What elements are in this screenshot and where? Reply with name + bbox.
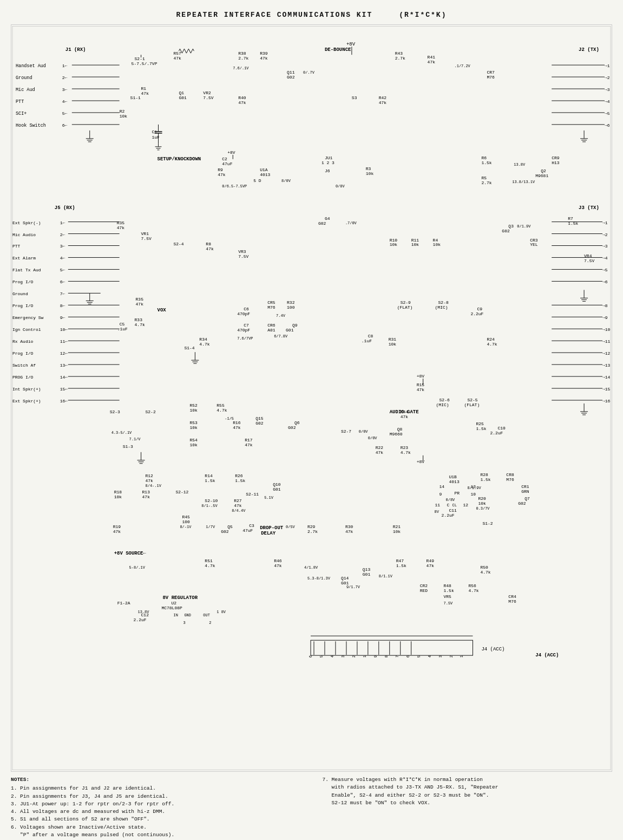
page-title: REPEATER INTERFACE COMMUNICATIONS KIT (R…: [11, 11, 612, 19]
svg-text:5.1V: 5.1V: [264, 496, 274, 500]
svg-text:→1: →1: [602, 220, 608, 225]
svg-text:SCI+: SCI+: [16, 111, 27, 116]
svg-text:M76: M76: [508, 599, 516, 604]
svg-text:R15: R15: [417, 382, 425, 387]
svg-text:9/1.7V: 9/1.7V: [346, 585, 360, 589]
svg-text:6←: 6←: [62, 123, 68, 128]
svg-text:Q2: Q2: [541, 168, 546, 173]
note-7d: S2-12 must be "ON" to check VOX.: [323, 799, 613, 807]
svg-text:7.5V: 7.5V: [141, 236, 152, 241]
svg-text:S1-4: S1-4: [184, 346, 194, 350]
svg-text:S2-2: S2-2: [146, 409, 156, 414]
svg-text:M76: M76: [506, 477, 514, 482]
svg-text:0/6.5-7.5VP: 0/6.5-7.5VP: [222, 184, 247, 188]
svg-text:47k: 47k: [345, 529, 353, 534]
note-3: 3. JU1-At power up: 1-2 for rptr on/2-3 …: [11, 800, 301, 808]
svg-text:47k: 47k: [141, 91, 149, 96]
svg-text:CR1: CR1: [521, 484, 529, 489]
svg-text:7.1/V: 7.1/V: [129, 437, 141, 441]
svg-text:10k: 10k: [114, 494, 122, 499]
svg-text:VOX: VOX: [158, 308, 167, 313]
notes-right: 7. Measure voltages with R*I*C*K in norm…: [323, 776, 613, 839]
svg-text:9←: 9←: [60, 315, 65, 320]
svg-text:4←: 4←: [62, 99, 68, 104]
svg-text:.1uF: .1uF: [362, 338, 372, 343]
svg-text:7.5V: 7.5V: [444, 601, 454, 605]
svg-text:3←: 3←: [62, 87, 68, 92]
svg-text:8/4-.1V: 8/4-.1V: [146, 484, 162, 488]
svg-text:Ext Alarm: Ext Alarm: [12, 256, 36, 261]
note-7b: with radios attached to J3-TX AND J5-RX.…: [323, 784, 613, 791]
svg-text:DROP-OUT: DROP-OUT: [260, 525, 284, 531]
svg-text:47k: 47k: [379, 100, 387, 105]
svg-text:R31: R31: [389, 337, 397, 342]
svg-text:4013: 4013: [449, 479, 460, 484]
svg-text:R20: R20: [478, 496, 486, 501]
svg-text:C11: C11: [449, 508, 457, 513]
svg-text:Q7: Q7: [524, 496, 530, 501]
svg-text:S1-2: S1-2: [482, 521, 493, 526]
svg-text:G02: G02: [502, 229, 510, 233]
page: REPEATER INTERFACE COMMUNICATIONS KIT (R…: [0, 0, 623, 840]
svg-text:R29: R29: [307, 524, 316, 529]
svg-text:DELAY: DELAY: [261, 531, 276, 536]
svg-text:R14: R14: [205, 473, 213, 478]
svg-text:G01: G01: [363, 572, 371, 577]
svg-text:47k: 47k: [234, 503, 242, 508]
svg-text:H13: H13: [552, 160, 560, 165]
svg-text:11←: 11←: [60, 339, 68, 344]
svg-text:→12: →12: [602, 351, 611, 356]
svg-text:R17: R17: [245, 438, 253, 442]
svg-text:47k: 47k: [117, 225, 125, 230]
svg-text:5 D: 5 D: [253, 178, 261, 183]
svg-text:.7/0V: .7/0V: [345, 221, 357, 225]
svg-text:47k: 47k: [417, 387, 425, 392]
svg-text:4.7k: 4.7k: [199, 342, 209, 347]
svg-text:VR3: VR3: [238, 249, 246, 254]
svg-text:47k: 47k: [245, 442, 253, 447]
svg-text:2.2uF: 2.2uF: [134, 617, 147, 622]
svg-rect-0: [12, 26, 611, 770]
svg-text:Q8: Q8: [397, 427, 403, 432]
svg-text:5-8/.1V: 5-8/.1V: [129, 565, 146, 570]
svg-text:→10: →10: [602, 327, 611, 332]
svg-text:U1A: U1A: [260, 167, 268, 172]
svg-text:C3: C3: [249, 523, 254, 528]
svg-text:R26: R26: [235, 473, 243, 478]
notes-section: NOTES: 1. Pin assignments for J1 and J2 …: [11, 776, 612, 839]
svg-text:R16: R16: [233, 420, 241, 425]
notes-left: NOTES: 1. Pin assignments for J1 and J2 …: [11, 776, 301, 839]
svg-text:+8V: +8V: [417, 459, 425, 464]
svg-text:13←: 13←: [60, 363, 68, 368]
svg-text:A01: A01: [267, 328, 276, 333]
svg-text:13.8V: 13.8V: [514, 162, 526, 167]
svg-text:10: 10: [470, 492, 476, 497]
svg-text:S2-5: S2-5: [467, 398, 477, 402]
svg-text:Flat Tx Aud: Flat Tx Aud: [12, 268, 41, 272]
svg-text:S1-3: S1-3: [123, 444, 133, 449]
svg-text:Prog I/O: Prog I/O: [12, 279, 33, 284]
svg-text:+8V: +8V: [346, 42, 356, 47]
svg-text:0/.7V: 0/.7V: [303, 70, 315, 75]
svg-text:R12: R12: [146, 473, 154, 478]
svg-text:Ext Spkr(+): Ext Spkr(+): [12, 399, 41, 403]
svg-text:2.2uF: 2.2uF: [470, 311, 483, 316]
svg-text:CR4: CR4: [508, 594, 516, 599]
svg-text:CR2: CR2: [420, 583, 428, 588]
svg-text:→11: →11: [602, 339, 611, 344]
svg-text:R43: R43: [395, 51, 403, 56]
svg-text:+8V SOURCE←: +8V SOURCE←: [114, 551, 147, 556]
svg-text:R33: R33: [135, 317, 143, 322]
svg-text:C5: C5: [120, 322, 125, 327]
svg-text:→2: →2: [602, 232, 608, 237]
svg-text:→6: →6: [602, 279, 608, 284]
svg-text:100: 100: [182, 519, 190, 524]
svg-text:VR1: VR1: [141, 231, 149, 236]
svg-text:Q13: Q13: [363, 567, 371, 572]
svg-text:GRN: GRN: [521, 489, 529, 494]
svg-text:R28: R28: [480, 472, 488, 477]
svg-text:G02: G02: [518, 501, 526, 506]
svg-text:→4: →4: [605, 99, 610, 104]
svg-text:R19: R19: [113, 524, 121, 529]
svg-text:R51: R51: [205, 558, 213, 563]
